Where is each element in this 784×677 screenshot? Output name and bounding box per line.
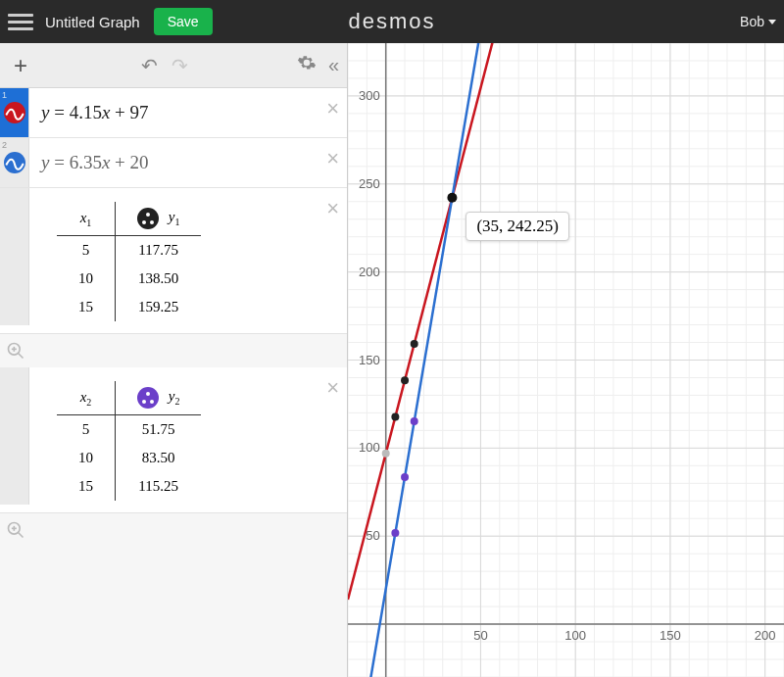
expression-row[interactable]: 2 y = 6.35x + 20 × (0, 138, 347, 188)
chevron-down-icon (768, 20, 776, 24)
svg-text:250: 250 (359, 176, 380, 191)
graph-canvas[interactable]: 5010015020050100150200250300 (35, 242.25… (348, 43, 784, 677)
svg-line-93 (348, 43, 784, 600)
svg-text:50: 50 (366, 528, 379, 543)
delete-expression-button[interactable]: × (326, 96, 339, 121)
svg-line-1 (19, 354, 24, 359)
svg-point-101 (447, 193, 457, 203)
add-expression-button[interactable]: + (8, 52, 33, 79)
settings-button[interactable] (297, 53, 317, 77)
collapse-sidebar-button[interactable]: « (328, 54, 339, 76)
data-table-2[interactable]: x2 y2 551.75 1083.50 15115.25 (57, 381, 201, 501)
delete-table-button[interactable]: × (326, 196, 339, 221)
magnify-plus-icon (6, 520, 25, 540)
plot-svg: 5010015020050100150200250300 (348, 43, 784, 677)
svg-point-97 (411, 340, 418, 348)
table-cell[interactable]: 5 (57, 236, 116, 266)
svg-point-102 (382, 450, 390, 458)
table-row[interactable]: 4 × x2 y2 551.75 1083.50 15115.25 (0, 367, 347, 513)
delete-expression-button[interactable]: × (326, 146, 339, 171)
row-handle[interactable] (0, 188, 29, 325)
convert-to-table-button[interactable] (0, 513, 347, 547)
svg-text:150: 150 (359, 353, 380, 367)
svg-point-98 (391, 529, 399, 537)
row-handle[interactable] (0, 367, 29, 505)
series-color-icon[interactable] (137, 387, 159, 409)
sidebar-toolbar: + ↶ ↷ « (0, 43, 347, 88)
expression-input[interactable]: y = 4.15x + 97 (29, 88, 347, 137)
svg-text:50: 50 (473, 628, 487, 643)
data-table-1[interactable]: x1 y1 5117.75 10138.50 15159.25 (57, 202, 201, 321)
svg-text:100: 100 (564, 628, 586, 643)
svg-text:150: 150 (660, 628, 681, 643)
topbar: Untitled Graph Save desmos Bob (0, 0, 784, 43)
table-header-y[interactable]: y2 (116, 381, 202, 415)
table-cell[interactable]: 51.75 (116, 415, 202, 445)
table-cell[interactable]: 159.25 (116, 293, 202, 321)
series-color-icon[interactable] (137, 208, 159, 229)
svg-point-100 (411, 417, 418, 425)
table-cell[interactable]: 5 (57, 415, 116, 445)
magnify-plus-icon (6, 341, 25, 361)
svg-text:200: 200 (359, 265, 380, 279)
table-cell[interactable]: 83.50 (116, 444, 202, 472)
expression-sidebar: + ↶ ↷ « 1 y = (0, 43, 348, 677)
table-header-y[interactable]: y1 (116, 202, 202, 236)
table-row[interactable]: 3 × x1 y1 5117.75 10138.50 15159.25 (0, 188, 347, 334)
undo-button[interactable]: ↶ (141, 54, 158, 77)
table-cell[interactable]: 10 (57, 444, 116, 472)
table-cell[interactable]: 15 (57, 472, 116, 501)
gear-icon (297, 53, 317, 73)
line-color-icon[interactable] (4, 102, 25, 123)
table-cell[interactable]: 115.25 (116, 472, 202, 501)
brand-logo: desmos (348, 9, 435, 34)
delete-table-button[interactable]: × (326, 375, 339, 401)
svg-point-99 (401, 473, 409, 481)
svg-text:100: 100 (359, 440, 380, 455)
table-cell[interactable]: 15 (57, 293, 116, 321)
save-button[interactable]: Save (154, 8, 213, 35)
svg-line-5 (19, 533, 24, 538)
menu-icon[interactable] (8, 9, 33, 34)
user-name: Bob (740, 14, 764, 29)
table-header-x[interactable]: x2 (57, 381, 116, 415)
table-cell[interactable]: 117.75 (116, 236, 202, 266)
main: + ↶ ↷ « 1 y = (0, 43, 784, 677)
intersection-label: (35, 242.25) (466, 212, 569, 241)
expression-row[interactable]: 1 y = 4.15x + 97 × (0, 88, 347, 138)
svg-point-95 (391, 412, 399, 420)
table-header-x[interactable]: x1 (57, 202, 116, 236)
row-index: 2 (2, 140, 7, 150)
svg-text:200: 200 (755, 628, 776, 643)
convert-to-table-button[interactable] (0, 334, 347, 367)
row-index: 1 (2, 90, 7, 100)
user-menu[interactable]: Bob (740, 14, 776, 29)
redo-button[interactable]: ↷ (172, 54, 188, 77)
table-cell[interactable]: 138.50 (116, 265, 202, 293)
expression-input[interactable]: y = 6.35x + 20 (29, 138, 347, 187)
svg-point-96 (401, 376, 409, 384)
expression-list: 1 y = 4.15x + 97 × 2 (0, 88, 347, 677)
graph-title[interactable]: Untitled Graph (45, 14, 140, 30)
table-cell[interactable]: 10 (57, 265, 116, 293)
svg-text:300: 300 (359, 88, 380, 103)
line-color-icon[interactable] (4, 152, 25, 173)
